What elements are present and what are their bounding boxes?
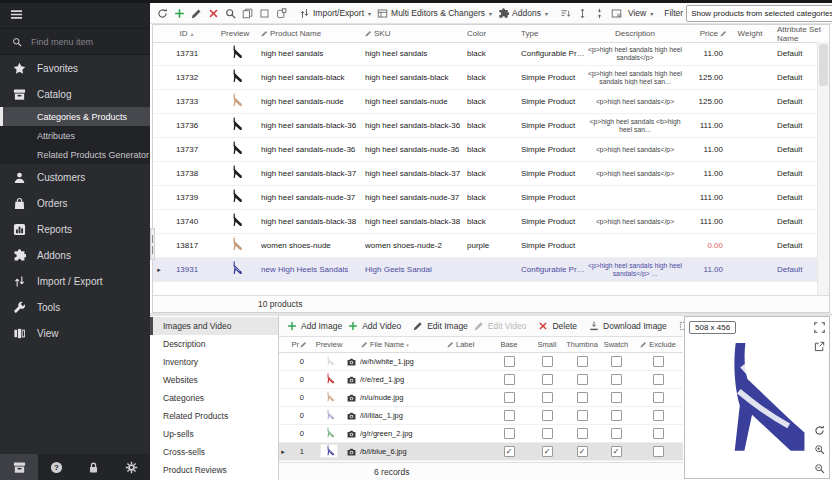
download-image-button[interactable]: Download Image xyxy=(586,319,670,333)
help-button[interactable]: ? xyxy=(38,461,75,474)
base-checkbox[interactable] xyxy=(504,356,515,367)
image-row[interactable]: 0/r/e/red_1.jpg xyxy=(279,371,683,389)
tab-websites[interactable]: Websites xyxy=(150,371,278,389)
toggle-panel-button[interactable] xyxy=(608,6,625,21)
col-header-thumbnail[interactable]: Thumbna xyxy=(565,340,599,349)
col-header-id[interactable]: ID▲ xyxy=(165,29,209,38)
image-row[interactable]: ▸1/b/l/blue_6.jpg✓✓✓✓ xyxy=(279,443,683,461)
tab-product-reviews[interactable]: Product Reviews xyxy=(150,461,278,479)
add-image-button[interactable]: Add Image xyxy=(284,319,345,333)
collapse-all-button[interactable] xyxy=(591,6,608,21)
col-header-preview[interactable]: Preview xyxy=(209,29,261,38)
table-row[interactable]: ▸13931new High Heels SandalsHigh Geels S… xyxy=(153,258,818,282)
col-header-pr[interactable]: Pr xyxy=(287,340,311,349)
duplicate-button[interactable] xyxy=(273,6,290,21)
sidebar-subitem-related-products-generator[interactable]: Related Products Generator xyxy=(0,145,150,164)
col-header-preview[interactable]: Preview xyxy=(311,340,347,349)
tab-inventory[interactable]: Inventory xyxy=(150,353,278,371)
thumbnail-checkbox[interactable] xyxy=(577,428,588,439)
sidebar-item-orders[interactable]: Orders xyxy=(0,190,150,216)
tab-description[interactable]: Description xyxy=(150,335,278,353)
exclude-checkbox[interactable] xyxy=(653,446,664,457)
table-row[interactable]: 13731high heel sandalshigh heel sandalsb… xyxy=(153,42,818,66)
delete-button[interactable]: Delete xyxy=(535,319,580,333)
thumbnail-checkbox[interactable] xyxy=(577,410,588,421)
exclude-checkbox[interactable] xyxy=(653,428,664,439)
table-row[interactable]: 13737high heel sandals-nude-36high heel … xyxy=(153,138,818,162)
col-header-small[interactable]: Small xyxy=(529,340,565,349)
tab-related-products[interactable]: Related Products xyxy=(150,407,278,425)
select-cell-button[interactable] xyxy=(256,6,273,21)
small-checkbox[interactable] xyxy=(542,356,553,367)
table-row[interactable]: 13733high heel sandals-nudehigh heel san… xyxy=(153,90,818,114)
col-header-weight[interactable]: Weight xyxy=(731,29,769,38)
base-checkbox[interactable] xyxy=(504,374,515,385)
sidebar-item-favorites[interactable]: Favorites xyxy=(0,55,150,81)
search-button[interactable] xyxy=(222,6,239,21)
zoom-in-icon[interactable] xyxy=(814,444,825,455)
settings-button[interactable] xyxy=(113,461,150,474)
swatch-checkbox[interactable] xyxy=(611,392,622,403)
edit-image-button[interactable]: Edit Image xyxy=(410,319,471,333)
sidebar-item-reports[interactable]: Reports xyxy=(0,216,150,242)
small-checkbox[interactable] xyxy=(542,410,553,421)
col-header-type[interactable]: Type xyxy=(521,29,585,38)
base-checkbox[interactable] xyxy=(504,392,515,403)
table-row[interactable]: 13732high heel sandals-blackhigh heel sa… xyxy=(153,66,818,90)
sidebar-item-customers[interactable]: Customers xyxy=(0,164,150,190)
col-header-color[interactable]: Color xyxy=(467,29,521,38)
col-header-base[interactable]: Base xyxy=(489,340,529,349)
vertical-scrollbar[interactable] xyxy=(817,42,829,295)
small-checkbox[interactable] xyxy=(542,392,553,403)
swatch-checkbox[interactable]: ✓ xyxy=(611,446,622,457)
menu-addons[interactable]: Addons▾ xyxy=(495,6,551,21)
add-product-button[interactable] xyxy=(171,6,188,21)
menu-import-export[interactable]: Import/Export▾ xyxy=(296,6,374,21)
image-row[interactable]: 0/w/h/white_1.jpg xyxy=(279,353,683,371)
filter-select[interactable]: Show products from selected categories▾ xyxy=(686,5,832,22)
copy-button[interactable] xyxy=(239,6,256,21)
expand-all-button[interactable] xyxy=(574,6,591,21)
col-header-file-name[interactable]: File Name▾ xyxy=(347,340,447,349)
col-header-price[interactable]: Price xyxy=(685,29,731,38)
menu-multi-editors-changers[interactable]: Multi Editors & Changers▾ xyxy=(374,6,495,21)
open-external-icon[interactable] xyxy=(814,341,825,352)
swatch-checkbox[interactable] xyxy=(611,356,622,367)
tab-categories[interactable]: Categories xyxy=(150,389,278,407)
col-header-product-name[interactable]: Product Name xyxy=(261,29,365,38)
delete-product-button[interactable] xyxy=(205,6,222,21)
hamburger-menu-icon[interactable] xyxy=(10,7,23,25)
base-checkbox[interactable] xyxy=(504,428,515,439)
menu-view[interactable]: View▾ xyxy=(625,6,656,20)
fullscreen-icon[interactable] xyxy=(814,322,825,333)
scrollbar-thumb[interactable] xyxy=(819,44,828,86)
tab-cross-sells[interactable]: Cross-sells xyxy=(150,443,278,461)
sidebar-item-view[interactable]: View xyxy=(0,320,150,346)
swatch-checkbox[interactable] xyxy=(611,374,622,385)
image-row[interactable]: 0/n/u/nude.jpg xyxy=(279,389,683,407)
tab-up-sells[interactable]: Up-sells xyxy=(150,425,278,443)
thumbnail-checkbox[interactable] xyxy=(577,356,588,367)
col-header-attribute-set[interactable]: Attribute Set Name xyxy=(769,25,829,43)
splitter-handle[interactable] xyxy=(150,228,155,260)
table-row[interactable]: 13736high heel sandals-black-36high heel… xyxy=(153,114,818,138)
sidebar-item-tools[interactable]: Tools xyxy=(0,294,150,320)
base-checkbox[interactable] xyxy=(504,410,515,421)
refresh-button[interactable] xyxy=(154,6,171,21)
sidebar-item-addons[interactable]: Addons xyxy=(0,242,150,268)
zoom-out-icon[interactable] xyxy=(814,463,825,474)
small-checkbox[interactable] xyxy=(542,374,553,385)
lock-button[interactable] xyxy=(75,461,112,474)
rotate-icon[interactable] xyxy=(814,425,825,436)
small-checkbox[interactable]: ✓ xyxy=(542,446,553,457)
col-header-description[interactable]: Description xyxy=(585,29,685,38)
col-header-sku[interactable]: SKU xyxy=(365,29,467,38)
col-header-exclude[interactable]: Exclude xyxy=(633,340,683,349)
exclude-checkbox[interactable] xyxy=(653,374,664,385)
sort-button[interactable] xyxy=(557,6,574,21)
add-video-button[interactable]: Add Video xyxy=(345,319,404,333)
table-row[interactable]: 13738high heel sandals-black-37high heel… xyxy=(153,162,818,186)
swatch-checkbox[interactable] xyxy=(611,410,622,421)
sidebar-item-import-export[interactable]: Import / Export xyxy=(0,268,150,294)
exclude-checkbox[interactable] xyxy=(653,356,664,367)
